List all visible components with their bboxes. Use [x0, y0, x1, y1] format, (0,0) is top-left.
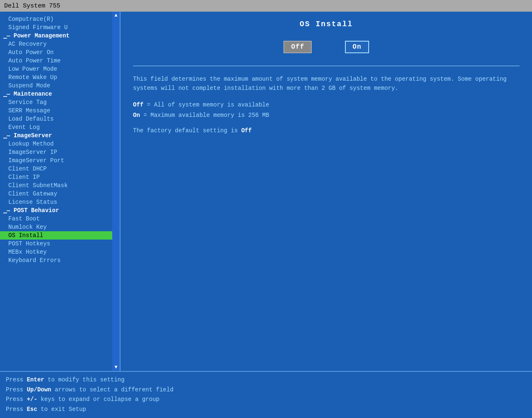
sidebar-item-client-ip[interactable]: Client IP: [0, 173, 112, 181]
description-text: This field determines the maximum amount…: [133, 74, 520, 93]
sidebar-scrollbar: ▲ ▼: [112, 12, 120, 371]
sidebar-item-numlock-key[interactable]: Numlock Key: [0, 223, 112, 231]
default-value: Off: [241, 127, 251, 134]
sidebar-item-computrace[interactable]: Computrace(R): [0, 15, 112, 23]
status-line3-suffix: keys to expand or collapse a group: [37, 396, 160, 403]
sidebar-item-suspend-mode[interactable]: Suspend Mode: [0, 82, 112, 90]
off-desc-body: = All of system memory is available: [143, 101, 269, 108]
title-bar-text: Dell System 755: [4, 2, 60, 10]
sidebar-item-mebx-hotkey[interactable]: MEBx Hotkey: [0, 248, 112, 256]
sidebar-item-imageserver[interactable]: ⎯— ImageServer: [0, 131, 112, 140]
status-line1-key: Enter: [27, 376, 44, 383]
status-line2-key: Up/Down: [27, 386, 51, 393]
status-line-1: Press Enter to modify this setting: [6, 375, 526, 385]
scroll-up-arrow[interactable]: ▲: [113, 12, 118, 19]
sidebar-item-serr-message[interactable]: SERR Message: [0, 106, 112, 115]
sidebar: Computrace(R)Signed Firmware U⎯— Power M…: [0, 12, 121, 371]
sidebar-item-client-subnetmask[interactable]: Client SubnetMask: [0, 181, 112, 190]
status-line1-suffix: to modify this setting: [44, 376, 124, 383]
sidebar-item-service-tag[interactable]: Service Tag: [0, 98, 112, 106]
sidebar-item-license-status[interactable]: License Status: [0, 198, 112, 206]
sidebar-item-load-defaults[interactable]: Load Defaults: [0, 115, 112, 123]
sidebar-item-power-management[interactable]: ⎯— Power Management: [0, 32, 112, 40]
status-line4-prefix: Press: [6, 406, 27, 413]
status-line-2: Press Up/Down arrows to select a differe…: [6, 385, 526, 395]
on-desc-text: On = Maximum available memory is 256 MB: [133, 112, 269, 119]
status-line3-prefix: Press: [6, 396, 27, 403]
sidebar-item-os-install[interactable]: OS Install: [0, 231, 112, 240]
title-bar: Dell System 755: [0, 0, 532, 12]
default-prefix: The factory default setting is: [133, 127, 241, 134]
status-line3-key: +/-: [27, 396, 37, 403]
sidebar-item-signed-firmware[interactable]: Signed Firmware U: [0, 23, 112, 32]
sidebar-item-auto-power-time[interactable]: Auto Power Time: [0, 57, 112, 65]
on-desc-line: On = Maximum available memory is 256 MB: [133, 110, 520, 121]
off-desc-line: Off = All of system memory is available: [133, 100, 520, 110]
sidebar-item-maintenance[interactable]: ⎯— Maintenance: [0, 90, 112, 98]
status-line1-prefix: Press: [6, 376, 27, 383]
status-line4-key: Esc: [27, 406, 37, 413]
sidebar-item-imageserver-port[interactable]: ImageServer Port: [0, 156, 112, 165]
status-line-3: Press +/- keys to expand or collapse a g…: [6, 395, 526, 405]
default-text: The factory default setting is Off: [133, 127, 520, 134]
sidebar-item-remote-wake-up[interactable]: Remote Wake Up: [0, 73, 112, 82]
status-line2-suffix: arrows to select a different field: [51, 386, 173, 393]
sidebar-item-client-gateway[interactable]: Client Gateway: [0, 190, 112, 198]
sidebar-item-client-dhcp[interactable]: Client DHCP: [0, 165, 112, 173]
sidebar-item-post-hotkeys[interactable]: POST Hotkeys: [0, 240, 112, 248]
on-key: On: [133, 112, 140, 119]
divider-line: [133, 66, 520, 66]
off-desc-text: Off = All of system memory is available: [133, 101, 269, 108]
sidebar-inner: Computrace(R)Signed Firmware U⎯— Power M…: [0, 13, 112, 266]
option-buttons: Off On: [133, 41, 520, 53]
content-title: OS Install: [133, 20, 520, 28]
bios-container: Computrace(R)Signed Firmware U⎯— Power M…: [0, 12, 532, 418]
sidebar-item-post-behavior[interactable]: ⎯— POST Behavior: [0, 206, 112, 215]
off-key: Off: [133, 101, 143, 108]
option-on-button[interactable]: On: [345, 41, 369, 53]
sidebar-item-low-power-mode[interactable]: Low Power Mode: [0, 65, 112, 73]
status-line2-prefix: Press: [6, 386, 27, 393]
sidebar-item-event-log[interactable]: Event Log: [0, 123, 112, 131]
sidebar-item-lookup-method[interactable]: Lookup Method: [0, 140, 112, 148]
sidebar-item-ac-recovery[interactable]: AC Recovery: [0, 40, 112, 48]
on-desc-body: = Maximum available memory is 256 MB: [140, 112, 269, 119]
option-off-button[interactable]: Off: [283, 41, 312, 53]
bios-main: Computrace(R)Signed Firmware U⎯— Power M…: [0, 12, 532, 371]
sidebar-item-fast-boot[interactable]: Fast Boot: [0, 215, 112, 223]
sidebar-item-auto-power-on[interactable]: Auto Power On: [0, 48, 112, 57]
status-line-4: Press Esc to exit Setup: [6, 405, 526, 415]
scroll-down-arrow[interactable]: ▼: [113, 364, 118, 371]
option-descriptions: Off = All of system memory is available …: [133, 100, 520, 121]
sidebar-item-keyboard-errors[interactable]: Keyboard Errors: [0, 256, 112, 265]
sidebar-item-imageserver-ip[interactable]: ImageServer IP: [0, 148, 112, 156]
status-line4-suffix: to exit Setup: [37, 406, 86, 413]
content-panel: OS Install Off On This field determines …: [121, 12, 532, 371]
status-bar: Press Enter to modify this setting Press…: [0, 371, 532, 418]
